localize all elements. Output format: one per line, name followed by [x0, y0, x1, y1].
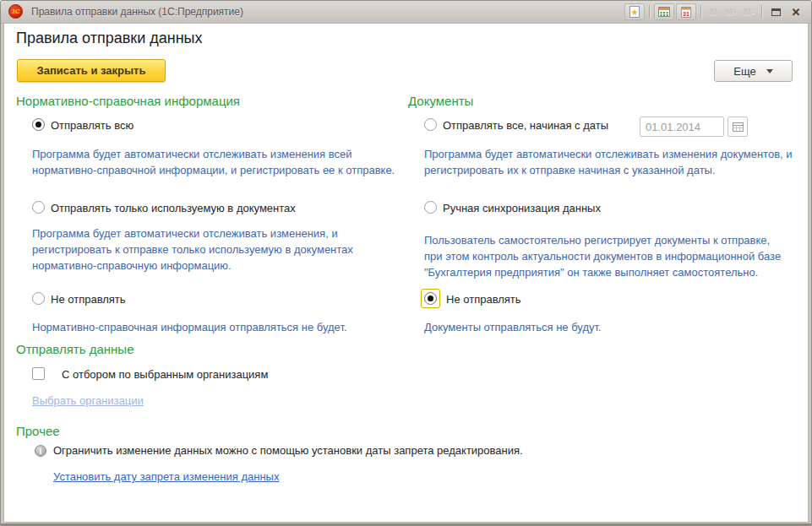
nsi-section-title: Нормативно-справочная информация: [16, 94, 240, 108]
memory-m-button: M: [705, 7, 722, 17]
radio-docs-send-all-from-date-label[interactable]: Отправлять все, начиная с даты: [443, 119, 608, 132]
checkbox-filter-by-organizations[interactable]: [32, 367, 45, 380]
close-icon: ✕: [792, 7, 801, 18]
1c-logo-icon: 1С: [8, 4, 23, 19]
date-picker-button: [728, 117, 748, 137]
memory-m-minus-button: M-: [740, 7, 758, 17]
documents-section-title: Документы: [408, 94, 473, 108]
titlebar-controls: ★ 31: [624, 3, 806, 21]
restriction-info-text: Ограничить изменение данных можно с помо…: [53, 444, 523, 457]
radio-docs-manual-sync-label[interactable]: Ручная синхронизация данных: [443, 202, 601, 214]
more-button[interactable]: Еще: [714, 60, 793, 82]
titlebar-separator: [761, 5, 762, 19]
radio-nsi-send-all-label[interactable]: Отправлять всю: [51, 119, 134, 132]
save-and-close-button[interactable]: Записать и закрыть: [17, 59, 166, 82]
form-content: Правила отправки данных Записать и закры…: [4, 24, 808, 522]
radio-docs-do-not-send[interactable]: [424, 292, 437, 305]
checkbox-filter-by-organizations-label[interactable]: С отбором по выбранным организациям: [62, 368, 268, 381]
more-button-label: Еще: [733, 65, 755, 78]
calendar-icon: 31: [679, 5, 693, 19]
titlebar-separator: [700, 5, 701, 19]
window-title: Правила отправки данных (1С:Предприятие): [31, 6, 243, 18]
maximize-button[interactable]: [766, 3, 785, 20]
radio-docs-do-not-send-label[interactable]: Не отправлять: [446, 293, 521, 306]
start-date-input: [640, 117, 724, 137]
nsi-send-used-only-description: Программа будет автоматически отслеживат…: [32, 225, 397, 274]
chevron-down-icon: [766, 69, 773, 73]
memory-m-plus-button: M+: [722, 7, 740, 17]
titlebar-separator: [649, 5, 650, 19]
date-picker-icon: [733, 122, 744, 132]
other-section-title: Прочее: [16, 424, 60, 438]
radio-nsi-send-all[interactable]: [32, 118, 45, 131]
radio-docs-send-all-from-date[interactable]: [424, 118, 437, 131]
docs-do-not-send-description: Документы отправляться не будут.: [424, 319, 796, 335]
radio-nsi-do-not-send-label[interactable]: Не отправлять: [51, 293, 126, 306]
calendar-button[interactable]: 31: [676, 3, 696, 20]
docs-send-all-description: Программа будет автоматически отслеживат…: [424, 146, 800, 178]
svg-text:31: 31: [683, 11, 689, 17]
docs-manual-sync-description: Пользователь самостоятельно регистрирует…: [424, 232, 783, 280]
radio-nsi-do-not-send[interactable]: [32, 292, 45, 305]
radio-nsi-send-used-only[interactable]: [32, 201, 45, 214]
radio-docs-manual-sync[interactable]: [424, 201, 437, 214]
page-title: Правила отправки данных: [16, 30, 203, 47]
calculator-icon: [657, 5, 671, 19]
info-icon: [35, 445, 46, 457]
maximize-icon: [771, 8, 781, 16]
titlebar: 1С Правила отправки данных (1С:Предприят…: [1, 1, 811, 24]
nsi-send-all-description: Программа будет автоматически отслеживат…: [32, 146, 404, 178]
radio-nsi-send-used-only-label[interactable]: Отправлять только используемую в докумен…: [51, 202, 296, 214]
calculator-button[interactable]: [654, 3, 674, 20]
set-restriction-date-link[interactable]: Установить дату запрета изменения данных: [53, 470, 279, 483]
select-organizations-link[interactable]: Выбрать организации: [32, 394, 144, 407]
favorites-icon: ★: [628, 5, 641, 19]
send-data-section-title: Отправлять данные: [16, 342, 134, 356]
favorites-button[interactable]: ★: [624, 3, 645, 20]
close-button[interactable]: ✕: [787, 3, 805, 20]
nsi-do-not-send-description: Нормативно-справочная информация отправл…: [32, 319, 404, 335]
app-window: 1С Правила отправки данных (1С:Предприят…: [0, 0, 812, 526]
svg-text:★: ★: [631, 8, 639, 17]
